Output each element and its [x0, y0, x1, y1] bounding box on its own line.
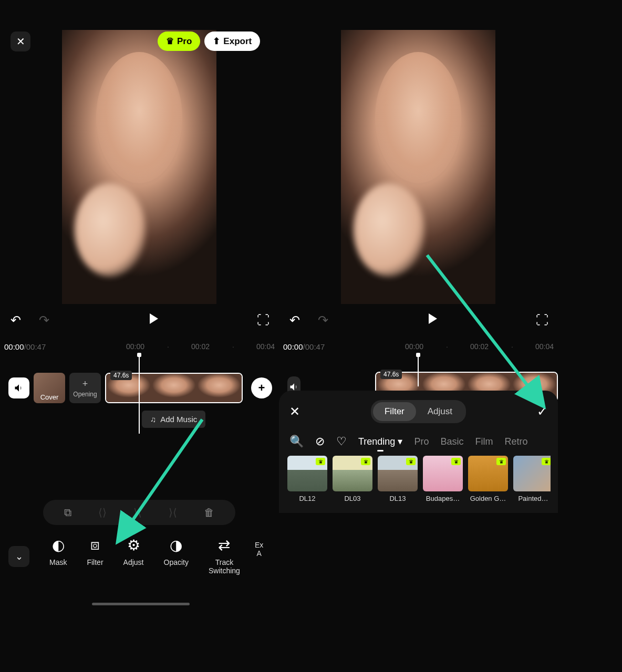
cat-trending[interactable]: Trending ▾ — [358, 436, 402, 447]
tool-track-switching[interactable]: ⇄ Track Switching — [209, 537, 240, 575]
video-preview[interactable] — [62, 30, 216, 304]
filter-thumb[interactable]: ♛ Golden G… — [468, 456, 508, 502]
time-mark: 00:02 — [191, 342, 210, 351]
favorites-icon[interactable]: ♡ — [336, 435, 347, 448]
crown-icon: ♛ — [451, 458, 461, 465]
time-duration: 00:47 — [305, 342, 325, 351]
filter-thumb[interactable]: ♛ Budapes… — [423, 456, 463, 502]
cover-tile[interactable]: Cover — [34, 373, 65, 403]
filter-icon: ⧇ — [90, 537, 100, 554]
crown-icon: ♛ — [166, 36, 174, 47]
cat-basic[interactable]: Basic — [440, 436, 463, 447]
redo-button[interactable]: ↷ — [36, 313, 53, 328]
copy-button[interactable]: ⧉ — [64, 507, 71, 519]
plus-icon: + — [82, 379, 88, 390]
close-panel-button[interactable]: ✕ — [289, 404, 300, 419]
thumb-label: DL13 — [378, 495, 418, 502]
play-button[interactable] — [428, 313, 438, 328]
opening-tile[interactable]: + Opening — [69, 373, 101, 403]
split-button[interactable]: ⟩⟨ — [133, 506, 142, 519]
export-label: Export — [223, 36, 252, 47]
add-music-button[interactable]: ♫ Add Music — [142, 411, 205, 428]
time-mark: 00:04 — [535, 342, 554, 351]
track-label: Track Switching — [209, 558, 240, 575]
delete-button[interactable]: 🗑 — [204, 507, 214, 519]
close-button[interactable]: ✕ — [11, 32, 30, 51]
crown-icon: ♛ — [316, 458, 325, 465]
cat-film[interactable]: Film — [475, 436, 493, 447]
cover-label: Cover — [40, 393, 59, 401]
opening-label: Opening — [73, 391, 97, 398]
split-right-button[interactable]: ⟩⟨ — [169, 506, 177, 519]
confirm-button[interactable]: ✓ — [537, 404, 547, 419]
thumb-label: Painted… — [513, 495, 551, 502]
filter-label: Filter — [87, 558, 103, 566]
adjust-label: Adjust — [123, 558, 144, 566]
cat-pro[interactable]: Pro — [414, 436, 429, 447]
mute-button[interactable] — [8, 377, 29, 398]
tool-opacity[interactable]: ◑ Opacity — [164, 537, 189, 566]
export-button[interactable]: ⬆ Export — [204, 32, 260, 51]
time-duration: 00:47 — [26, 342, 46, 351]
preview-frame — [62, 30, 216, 304]
undo-button[interactable]: ↶ — [7, 313, 24, 328]
track-icon: ⇄ — [218, 537, 230, 554]
filter-thumb[interactable]: ♛ DL12 — [287, 456, 327, 502]
thumb-label: DL03 — [333, 495, 372, 502]
tool-filter[interactable]: ⧇ Filter — [87, 537, 103, 566]
tab-filter[interactable]: Filter — [373, 402, 416, 421]
collapse-button[interactable]: ⌄ — [8, 546, 29, 567]
filter-thumb[interactable]: ♛ DL13 — [378, 456, 418, 502]
none-icon[interactable]: ⊘ — [315, 435, 325, 448]
crown-icon: ♛ — [361, 458, 370, 465]
playhead[interactable] — [139, 355, 140, 434]
timecode: 00:00/00:47 — [283, 342, 325, 351]
mask-icon: ◐ — [52, 537, 65, 554]
scroll-indicator — [92, 603, 190, 605]
time-mark: 00:04 — [256, 342, 275, 351]
add-music-label: Add Music — [160, 415, 197, 424]
time-mark: 00:02 — [470, 342, 489, 351]
pro-button[interactable]: ♛ Pro — [158, 32, 200, 51]
time-mark: 00:00 — [405, 342, 423, 351]
timecode: 00:00/00:47 — [4, 342, 46, 351]
filter-thumb[interactable]: ♛ DL03 — [333, 456, 372, 502]
pro-label: Pro — [177, 36, 192, 47]
search-icon[interactable]: 🔍 — [289, 435, 304, 448]
crown-icon: ♛ — [542, 458, 551, 465]
preview-frame — [341, 30, 495, 304]
music-icon: ♫ — [150, 415, 156, 424]
crown-icon: ♛ — [496, 458, 506, 465]
tool-extra[interactable]: Ex A — [255, 537, 263, 558]
playhead[interactable] — [418, 355, 419, 386]
time-mark: 00:00 — [126, 342, 144, 351]
mask-label: Mask — [49, 558, 67, 566]
opacity-label: Opacity — [164, 558, 189, 566]
thumb-label: DL12 — [287, 495, 327, 502]
crown-icon: ♛ — [406, 458, 416, 465]
fullscreen-button[interactable]: ⛶ — [255, 313, 272, 328]
redo-button[interactable]: ↷ — [315, 313, 331, 328]
play-button[interactable] — [149, 313, 159, 328]
filter-panel: ✕ Filter Adjust ✓ 🔍 ⊘ ♡ Trending ▾ Pro B… — [279, 391, 558, 513]
video-preview[interactable] — [341, 30, 495, 304]
adjust-icon: ⚙ — [127, 537, 140, 554]
edit-toolbar: ⧉ ⟨⟩ ⟩⟨ ⟩⟨ 🗑 — [43, 500, 235, 525]
tool-mask[interactable]: ◐ Mask — [49, 537, 67, 566]
undo-button[interactable]: ↶ — [286, 313, 303, 328]
tab-adjust[interactable]: Adjust — [416, 402, 464, 421]
thumb-label: Budapes… — [423, 495, 463, 502]
clip-duration-badge: 47.6s — [110, 371, 132, 380]
thumb-label: Golden G… — [468, 495, 508, 502]
clip-duration-badge: 47.6s — [380, 370, 402, 379]
time-current: 00:00 — [283, 342, 303, 351]
tool-adjust[interactable]: ⚙ Adjust — [123, 537, 144, 566]
cat-retro[interactable]: Retro — [504, 436, 527, 447]
opacity-icon: ◑ — [170, 537, 182, 554]
filter-thumb[interactable]: ♛ Painted… — [513, 456, 551, 502]
export-icon: ⬆ — [213, 36, 220, 47]
fullscreen-button[interactable]: ⛶ — [534, 313, 551, 328]
add-clip-button[interactable]: + — [251, 377, 272, 398]
split-left-button[interactable]: ⟨⟩ — [98, 506, 107, 519]
time-current: 00:00 — [4, 342, 24, 351]
